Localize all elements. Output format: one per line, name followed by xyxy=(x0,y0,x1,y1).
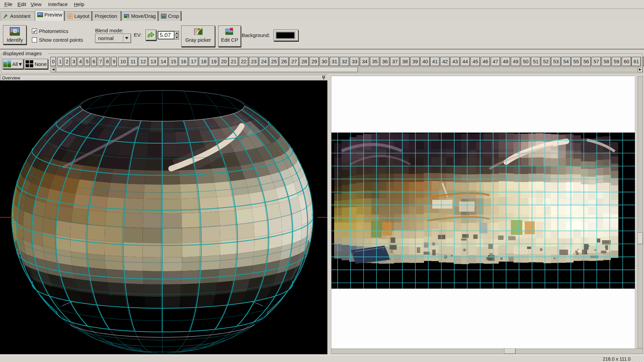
svg-text:GL: GL xyxy=(38,13,41,15)
svg-text:1: 1 xyxy=(14,29,16,33)
